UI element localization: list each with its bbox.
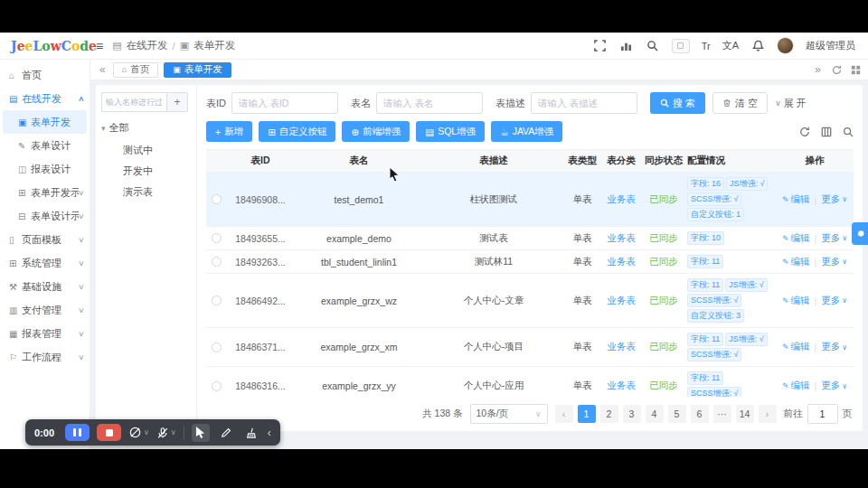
search-button[interactable]: 搜 索 [650, 92, 705, 114]
camera-toggle[interactable]: ∨ [128, 426, 149, 439]
more-button[interactable]: 更多∨ [821, 232, 847, 245]
tree-node-开发中[interactable]: 开发中 [101, 161, 191, 182]
自定义按钮-button[interactable]: ⊞自定义按钮 [259, 121, 335, 142]
more-label: 更多 [821, 232, 840, 245]
row-radio[interactable] [212, 194, 222, 204]
row-radio[interactable] [212, 296, 222, 305]
category-link[interactable]: 业务表 [607, 295, 636, 307]
refresh-tab-icon[interactable] [832, 65, 842, 75]
page-button-1[interactable]: 1 [578, 405, 596, 423]
sidebar-item-报表设计[interactable]: ◫报表设计 [0, 157, 90, 181]
sidebar-item-系统管理[interactable]: ⊞系统管理∨ [0, 251, 90, 275]
mic-toggle[interactable]: ∨ [156, 427, 176, 439]
filter-input-表名[interactable] [376, 92, 483, 114]
table-type-cell: 单表 [564, 227, 600, 249]
sidebar-item-在线开发[interactable]: ▤在线开发∧ [0, 87, 90, 110]
more-button[interactable]: 更多∨ [821, 256, 847, 268]
edit-button[interactable]: ✎编辑 [782, 341, 810, 353]
layout-grid-icon[interactable] [851, 65, 861, 75]
sidebar-item-工作流程[interactable]: ⚐工作流程∨ [0, 345, 90, 369]
breadcrumb-item[interactable]: 在线开发 [127, 39, 168, 52]
user-avatar[interactable] [777, 37, 794, 54]
sidebar-item-报表管理[interactable]: ▦报表管理∨ [0, 322, 90, 345]
pen-tool-button[interactable] [217, 424, 235, 442]
tab-表单开发[interactable]: ▣表单开发 [164, 62, 231, 78]
tabs-scroll-left-icon[interactable]: « [98, 63, 108, 76]
edit-button[interactable]: ✎编辑 [782, 193, 810, 206]
tree-node-演示表[interactable]: 演示表 [101, 182, 191, 202]
sidebar-collapse-icon[interactable]: ≡ [90, 39, 112, 53]
stop-recording-button[interactable] [97, 424, 121, 441]
chart-icon[interactable] [619, 39, 634, 53]
table-refresh-icon[interactable] [799, 127, 810, 137]
edit-button[interactable]: ✎编辑 [782, 295, 810, 307]
search-icon[interactable] [646, 39, 660, 53]
chevron-down-icon[interactable]: ∨ [171, 428, 176, 436]
tree-add-button[interactable]: + [166, 92, 188, 112]
sidebar-item-表单开发[interactable]: ▣表单开发 [3, 110, 87, 134]
edit-button[interactable]: ✎编辑 [782, 256, 810, 268]
widget-icon[interactable] [672, 39, 690, 53]
breadcrumb-item[interactable]: 表单开发 [193, 39, 235, 52]
tabs-scroll-right-icon[interactable]: » [813, 63, 823, 76]
category-link[interactable]: 业务表 [607, 256, 636, 268]
tree-node-测试中[interactable]: 测试中 [101, 140, 191, 161]
pause-recording-button[interactable] [65, 424, 90, 441]
sidebar-item-表单开发示例[interactable]: ⊞表单开发示例∨ [0, 181, 90, 204]
category-link[interactable]: 业务表 [607, 193, 636, 206]
page-button-3[interactable]: 3 [623, 405, 641, 423]
category-link[interactable]: 业务表 [607, 232, 636, 245]
JAVA增强-button[interactable]: ☕JAVA增强 [491, 121, 562, 142]
category-link[interactable]: 业务表 [607, 380, 636, 392]
eraser-tool-button[interactable] [242, 424, 260, 442]
table-search-icon[interactable] [843, 127, 854, 137]
font-size-icon[interactable]: Tr [702, 41, 711, 52]
more-button[interactable]: 更多∨ [821, 380, 847, 392]
expand-filters-link[interactable]: ∨ 展 开 [775, 97, 807, 110]
sidebar-item-基础设施[interactable]: ⚒基础设施∨ [0, 275, 90, 298]
page-ellipsis[interactable]: ··· [713, 405, 731, 423]
tab-首页[interactable]: ⌂首页 [113, 62, 158, 78]
goto-page-input[interactable] [807, 404, 838, 424]
sidebar-item-支付管理[interactable]: ▥支付管理∨ [0, 298, 90, 322]
前端增强-button[interactable]: ⊕前端增强 [342, 121, 410, 142]
translate-icon[interactable]: 文A [722, 39, 739, 52]
clear-button[interactable]: 清 空 [712, 92, 768, 114]
page-size-select[interactable]: 10条/页 ∨ [470, 404, 548, 424]
column-settings-icon[interactable] [821, 127, 832, 137]
theme-settings-button[interactable] [852, 222, 868, 245]
more-button[interactable]: 更多∨ [821, 295, 847, 307]
chevron-down-icon[interactable]: ∨ [144, 428, 149, 436]
新增-button[interactable]: +新增 [206, 121, 252, 142]
collapse-toolbar-icon[interactable]: ‹ [268, 427, 271, 439]
next-page-button[interactable]: › [759, 405, 777, 423]
sidebar-item-表单设计[interactable]: ✎表单设计 [0, 134, 90, 157]
action-divider: | [814, 233, 816, 244]
page-button-14[interactable]: 14 [736, 405, 754, 423]
edit-button[interactable]: ✎编辑 [782, 380, 810, 392]
row-radio[interactable] [212, 233, 222, 243]
category-link[interactable]: 业务表 [607, 341, 636, 353]
page-button-5[interactable]: 5 [668, 405, 686, 423]
more-button[interactable]: 更多∨ [821, 341, 847, 353]
edit-button[interactable]: ✎编辑 [782, 232, 810, 245]
notification-bell-icon[interactable] [750, 39, 765, 53]
cursor-tool-button[interactable] [192, 424, 210, 442]
SQL增强-button[interactable]: ▤SQL增强 [416, 121, 485, 142]
row-radio[interactable] [212, 381, 222, 391]
page-button-4[interactable]: 4 [646, 405, 664, 423]
sidebar-item-页面模板[interactable]: ▯页面模板∨ [0, 228, 90, 251]
page-button-6[interactable]: 6 [691, 405, 709, 423]
tree-node-all[interactable]: ▾ 全部 [101, 121, 191, 135]
fullscreen-icon[interactable] [593, 39, 608, 53]
filter-input-表ID[interactable] [231, 92, 338, 114]
sidebar-item-表单设计示例[interactable]: ⊟表单设计示例∨ [0, 204, 90, 228]
filter-input-表描述[interactable] [531, 92, 637, 114]
prev-page-button[interactable]: ‹ [555, 405, 573, 423]
more-button[interactable]: 更多∨ [821, 193, 847, 206]
row-radio[interactable] [212, 257, 222, 267]
row-radio[interactable] [212, 343, 222, 352]
tree-filter-input[interactable] [101, 92, 166, 112]
page-button-2[interactable]: 2 [600, 405, 618, 423]
sidebar-item-首页[interactable]: ⌂首页 [0, 63, 90, 87]
